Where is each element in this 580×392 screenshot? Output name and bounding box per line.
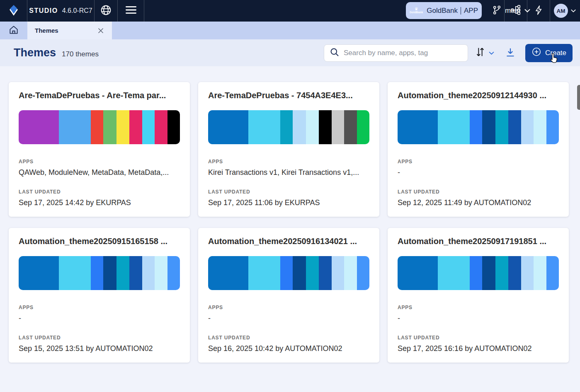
themes-grid: Are-TemaDePruebas - Are-Tema par... APPS… [0, 66, 580, 365]
palette-swatch [142, 110, 155, 144]
palette-swatch [534, 110, 546, 144]
palette-swatch [103, 110, 116, 144]
palette-swatch [129, 110, 142, 144]
palette-swatch [306, 256, 319, 290]
globe-icon [100, 4, 112, 18]
theme-title: Automation_theme20250917191851 ... [398, 237, 559, 246]
last-updated-label: LAST UPDATED [19, 335, 180, 341]
theme-palette [19, 256, 180, 290]
create-button[interactable]: Create [525, 44, 573, 62]
last-updated-value: Sep 12, 2025 11:49 by AUTOMATION02 [398, 198, 559, 207]
apps-value: - [208, 314, 369, 323]
last-updated-value: Sep 17, 2025 16:16 by AUTOMATION02 [398, 344, 559, 353]
palette-swatch [470, 256, 483, 290]
last-updated-label: LAST UPDATED [398, 189, 559, 195]
palette-swatch [344, 110, 357, 144]
theme-card[interactable]: Automation_theme20250915165158 ... APPS … [9, 228, 190, 363]
app-selector-badge[interactable]: ♛ GoldBank GoldBank APP [406, 2, 482, 19]
create-button-label: Create [545, 49, 566, 57]
theme-card[interactable]: Automation_theme20250912144930 ... APPS … [388, 82, 569, 217]
branch-chevron-down-icon [524, 7, 531, 15]
palette-swatch [534, 256, 546, 290]
vertical-scrollbar-thumb[interactable] [577, 85, 580, 110]
page-title: Themes [14, 46, 56, 59]
palette-swatch [248, 256, 280, 290]
palette-swatch [546, 256, 559, 290]
branch-selector[interactable]: main [493, 0, 531, 22]
goldbank-logo-icon: ♛ GoldBank [410, 7, 423, 14]
diamond-logo-icon [7, 4, 20, 18]
apps-value: - [398, 168, 559, 177]
theme-palette [19, 110, 180, 144]
home-icon [8, 24, 19, 37]
download-icon [505, 47, 515, 59]
last-updated-label: LAST UPDATED [208, 335, 369, 341]
git-branch-icon [493, 5, 501, 17]
palette-swatch [208, 256, 248, 290]
palette-swatch [470, 110, 483, 144]
user-chevron-down-icon [570, 7, 576, 15]
theme-title: Automation_theme20250916134021 ... [208, 237, 369, 246]
palette-swatch [306, 110, 319, 144]
palette-swatch [59, 110, 90, 144]
tab-themes-label: Themes [35, 27, 96, 34]
product-version: 4.6.0-RC7 [62, 7, 92, 15]
last-updated-value: Sep 15, 2025 13:51 by AUTOMATION02 [19, 344, 180, 353]
palette-swatch [344, 256, 357, 290]
palette-swatch [398, 256, 438, 290]
tab-themes[interactable]: Themes [27, 22, 112, 39]
language-button[interactable] [95, 0, 118, 22]
palette-swatch [508, 256, 521, 290]
palette-swatch [332, 256, 345, 290]
palette-swatch [319, 256, 332, 290]
sort-control[interactable] [476, 46, 495, 59]
main-menu-button[interactable] [118, 0, 144, 22]
palette-swatch [495, 110, 508, 144]
apps-label: APPS [398, 159, 559, 165]
apps-value: - [398, 314, 559, 323]
palette-swatch [91, 256, 104, 290]
palette-swatch [19, 110, 59, 144]
search-input[interactable] [344, 49, 463, 57]
palette-swatch [19, 256, 59, 290]
download-button[interactable] [505, 47, 515, 59]
theme-card[interactable]: Are-TemaDePruebas - Are-Tema par... APPS… [9, 82, 190, 217]
app-badge-text: GoldBank APP [427, 7, 478, 15]
palette-swatch [116, 110, 129, 144]
theme-title: Automation_theme20250912144930 ... [398, 91, 559, 100]
studio-logo[interactable] [0, 0, 27, 22]
palette-swatch [129, 256, 142, 290]
app-suffix: APP [464, 7, 478, 15]
palette-swatch [357, 110, 369, 144]
palette-swatch [280, 256, 293, 290]
apps-label: APPS [208, 305, 369, 310]
product-name: STUDIO [29, 7, 58, 15]
palette-swatch [521, 256, 534, 290]
palette-swatch [142, 256, 155, 290]
palette-swatch [482, 110, 495, 144]
theme-card[interactable]: Automation_theme20250917191851 ... APPS … [388, 228, 569, 363]
last-updated-value: Sep 16, 2025 10:42 by AUTOMATION02 [208, 344, 369, 353]
palette-swatch [155, 256, 167, 290]
palette-swatch [280, 110, 293, 144]
themes-count: 170 themes [62, 50, 99, 58]
palette-swatch [521, 110, 534, 144]
topbar-middle: ♛ GoldBank GoldBank APP main [144, 0, 504, 22]
tab-close-button[interactable] [96, 26, 105, 35]
palette-swatch [319, 110, 332, 144]
theme-card[interactable]: Automation_theme20250916134021 ... APPS … [198, 228, 379, 363]
theme-card[interactable]: Are-TemaDePruebas - 7454A3E4E3... APPS K… [198, 82, 379, 217]
theme-palette [208, 110, 369, 144]
palette-swatch [116, 256, 129, 290]
theme-title: Automation_theme20250915165158 ... [19, 237, 180, 246]
palette-swatch [438, 256, 469, 290]
palette-swatch [59, 256, 90, 290]
last-updated-label: LAST UPDATED [208, 189, 369, 195]
apps-value: QAWeb, ModuleNew, MetaData, MetaData,... [19, 168, 180, 177]
user-menu[interactable]: AM [550, 0, 580, 22]
top-bar: STUDIO 4.6.0-RC7 ♛ GoldBank GoldBa [0, 0, 580, 22]
last-updated-value: Sep 17, 2025 14:42 by EKURPAS [19, 198, 180, 207]
sort-chevron-down-icon [488, 49, 495, 57]
tab-home[interactable] [0, 22, 27, 39]
product-title: STUDIO 4.6.0-RC7 [27, 0, 95, 22]
